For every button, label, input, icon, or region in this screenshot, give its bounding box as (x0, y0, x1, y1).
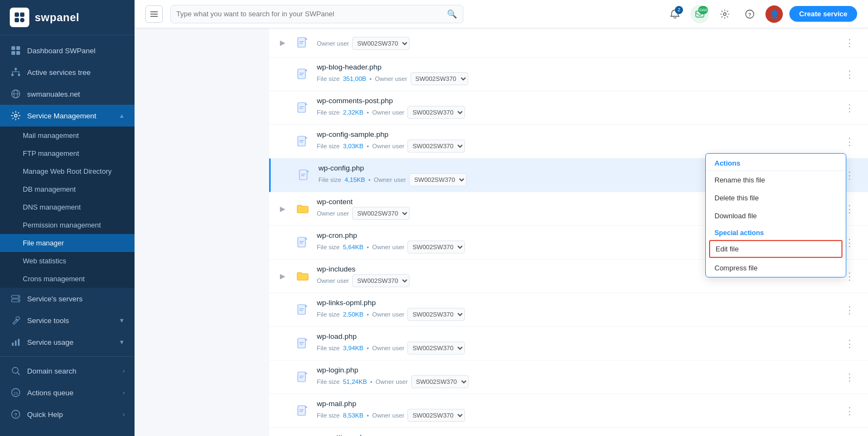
topbar-right: 2 SW0 ? 👤 Create service (666, 5, 857, 23)
file-more-button[interactable]: ⋮ (842, 134, 857, 149)
file-icon (294, 234, 311, 251)
file-name: wp-settings.php (317, 433, 842, 436)
sidebar-toggle-button[interactable] (145, 5, 163, 23)
file-name: wp-config-sample.php (317, 130, 842, 138)
file-info: wp-mail.php File size 8,53KB • Owner use… (317, 400, 842, 422)
sidebar-item-manage-web-root[interactable]: Manage Web Root Directory (0, 162, 135, 180)
help-button[interactable]: ? (741, 5, 759, 23)
file-more-button[interactable]: ⋮ (842, 100, 857, 116)
expand-button[interactable]: ▶ (280, 39, 291, 47)
sidebar-item-domain-search[interactable]: Domain search › (0, 360, 135, 382)
file-more-button[interactable]: ⋮ (842, 67, 857, 82)
sidebar: swpanel Dashboard SWPanel Active service… (0, 0, 135, 436)
svg-rect-10 (18, 74, 20, 76)
file-more-button[interactable]: ⋮ (842, 403, 857, 419)
svg-rect-60 (299, 376, 304, 376)
svg-rect-5 (16, 46, 20, 50)
brand-name: swpanel (35, 11, 79, 24)
owner-select[interactable]: SW002SW370 (352, 37, 410, 50)
submenu-item-label: Web statistics (23, 257, 66, 265)
queue-icon: 19 (10, 388, 22, 397)
file-more-button[interactable]: ⋮ (842, 302, 857, 318)
sidebar-item-web-statistics[interactable]: Web statistics (0, 252, 135, 270)
submenu-item-label: DNS management (23, 203, 81, 211)
sidebar-item-dashboard[interactable]: Dashboard SWPanel (0, 40, 135, 61)
sidebar-item-file-manager[interactable]: File manager (0, 234, 135, 252)
sidebar-item-label: Service usage (27, 338, 74, 346)
sidebar-item-dns-management[interactable]: DNS management (0, 198, 135, 216)
sidebar-item-label: Active services tree (27, 68, 91, 77)
owner-select[interactable]: SW002SW370 (407, 342, 465, 355)
owner-select[interactable]: SW002SW370 (352, 207, 410, 220)
file-info: Owner user SW002SW370 (317, 36, 842, 50)
sidebar-item-service-management[interactable]: Service Management ▲ (0, 105, 135, 127)
download-file-button[interactable]: Download file (706, 207, 846, 225)
svg-rect-4 (11, 46, 15, 50)
file-more-button[interactable]: ⋮ (842, 370, 857, 385)
edit-file-button[interactable]: Edit file (709, 240, 843, 258)
search-icon: 🔍 (447, 9, 457, 19)
sidebar-item-swmanuales[interactable]: swmanuales.net (0, 83, 135, 105)
settings-button[interactable] (716, 5, 734, 23)
sidebar-divider (0, 356, 135, 357)
search-input[interactable] (176, 10, 447, 18)
submenu-item-label: Permission management (23, 221, 101, 229)
sidebar-item-actions-queue[interactable]: 19 Actions queue › (0, 382, 135, 403)
owner-select[interactable]: SW002SW370 (407, 409, 465, 422)
sidebar-item-service-usage[interactable]: Service usage ▼ (0, 331, 135, 353)
owner-select[interactable]: SW002SW370 (409, 173, 467, 186)
svg-rect-48 (301, 174, 305, 174)
file-name: wp-comments-post.php (317, 97, 842, 105)
file-meta: File size 8,53KB • Owner user SW002SW370 (317, 409, 842, 422)
expand-button[interactable]: ▶ (280, 272, 291, 280)
search-domain-icon (10, 366, 22, 376)
sidebar-item-permission-management[interactable]: Permission management (0, 216, 135, 234)
sidebar-item-services-servers[interactable]: Service's servers (0, 288, 135, 309)
svg-rect-59 (298, 372, 305, 382)
sidebar-item-crons-management[interactable]: Crons management (0, 270, 135, 288)
svg-point-18 (18, 300, 19, 301)
settings-icon (10, 111, 22, 121)
owner-select[interactable]: SW002SW370 (411, 375, 469, 388)
sidebar-item-label: Domain search (27, 367, 76, 375)
file-info: wp-config-sample.php File size 3,03KB • … (317, 130, 842, 153)
file-size: 8,53KB (343, 412, 363, 419)
sidebar-item-active-services-tree[interactable]: Active services tree (0, 61, 135, 83)
sidebar-item-service-tools[interactable]: Service tools ▼ (0, 309, 135, 331)
search-bar[interactable]: 🔍 (170, 5, 463, 23)
file-size: 51,24KB (343, 378, 367, 385)
create-service-button[interactable]: Create service (789, 6, 857, 22)
file-list: ▶ Owner user SW002SW370 ⋮ wp-blog-header… (269, 28, 868, 436)
messages-button[interactable]: SW0 (691, 5, 709, 23)
owner-select[interactable]: SW002SW370 (411, 72, 468, 85)
avatar[interactable]: 👤 (765, 5, 783, 23)
sidebar-item-mail-management[interactable]: Mail management (0, 127, 135, 144)
folder-icon (294, 268, 311, 285)
owner-select[interactable]: SW002SW370 (407, 241, 465, 254)
owner-select[interactable]: SW002SW370 (407, 308, 465, 321)
file-more-button[interactable]: ⋮ (842, 35, 857, 50)
sidebar-item-label: Dashboard SWPanel (27, 47, 95, 55)
sidebar-item-quick-help[interactable]: ? Quick Help › (0, 403, 135, 425)
logo-icon (10, 8, 29, 27)
rename-file-button[interactable]: Rename this file (706, 171, 846, 189)
sidebar-item-db-management[interactable]: DB management (0, 180, 135, 198)
svg-rect-57 (299, 342, 304, 343)
delete-file-button[interactable]: Delete this file (706, 189, 846, 207)
file-more-button[interactable]: ⋮ (842, 336, 857, 351)
notifications-button[interactable]: 2 (666, 5, 684, 23)
file-info: wp-login.php File size 51,24KB • Owner u… (317, 366, 842, 388)
compress-file-button[interactable]: Compress file (706, 259, 846, 277)
sidebar-item-ftp-management[interactable]: FTP management (0, 144, 135, 162)
owner-select[interactable]: SW002SW370 (352, 274, 410, 287)
svg-rect-2 (15, 18, 19, 22)
owner-select[interactable]: SW002SW370 (407, 106, 465, 119)
grid-icon (10, 46, 22, 55)
table-row: wp-links-opml.php File size 2,50KB • Own… (269, 293, 868, 327)
sidebar-item-label: swmanuales.net (27, 90, 80, 98)
owner-select[interactable]: SW002SW370 (407, 140, 465, 153)
file-size: 2,32KB (343, 109, 363, 116)
expand-button[interactable]: ▶ (280, 205, 291, 213)
svg-rect-42 (299, 106, 304, 107)
sidebar-item-label: Service Management (27, 112, 97, 120)
